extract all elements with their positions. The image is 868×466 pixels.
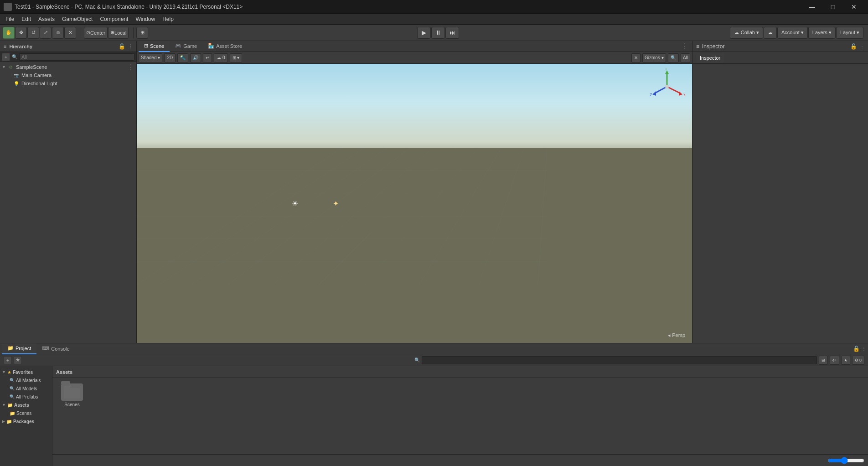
rotate-tool-button[interactable]: ↺ [27,27,39,39]
account-button[interactable]: Account ▾ [777,27,808,39]
scene-options[interactable]: ⋮ [127,63,134,72]
directional-light-item[interactable]: ▶ 💡 Directional Light [0,79,136,88]
ground [137,148,692,343]
search-gizmos[interactable]: 🔍 [668,53,679,62]
axis-gizmo[interactable]: Y X Z [649,68,685,105]
camera-label: Main Camera [21,72,52,78]
favorites-section[interactable]: ▼ ★ Favorites [0,368,52,376]
hierarchy-add-button[interactable]: + [2,53,10,61]
collab-button[interactable]: ☁ Collab ▾ [730,27,763,39]
project-sidebar: ▼ ★ Favorites 🔍 All Materials 🔍 [0,366,52,466]
tab-game[interactable]: 🎮 Game [170,41,202,52]
search-scene-button[interactable]: ✕ [631,53,641,62]
view-tabs: ⊞ Scene 🎮 Game 🏪 Asset Store ⋮ [137,41,692,52]
layout-button[interactable]: Layout ▾ [836,27,863,39]
middle-section: ≡ Hierarchy 🔓 ⋮ + 🔍 ▼ ⊙ SampleScene ⋮ [0,41,868,343]
hierarchy-more-button[interactable]: ⋮ [128,44,133,49]
center-button[interactable]: ⊙ Center [84,27,108,39]
menu-assets[interactable]: Assets [35,14,58,24]
tab-scene[interactable]: ⊞ Scene [139,41,170,52]
hand-tool-button[interactable]: ✋ [3,27,15,39]
fx-toggle[interactable]: ↩ [203,53,212,62]
gizmos-dropdown[interactable]: Gizmos ▾ [642,53,666,62]
grid-button[interactable]: ⊞ [136,27,148,39]
project-tab-icon: 📁 [7,345,14,351]
all-models-item[interactable]: 🔍 All Models [0,384,52,393]
all-materials-item[interactable]: 🔍 All Materials [0,376,52,384]
shading-mode-dropdown[interactable]: Shaded ▾ [139,53,162,62]
all-label: All [683,55,688,60]
menu-edit[interactable]: Edit [18,14,35,24]
expand-arrow: ▼ [2,65,7,69]
svg-line-8 [479,148,524,285]
favorite-button[interactable]: ★ [841,356,850,365]
lighting-toggle[interactable]: 🔦 [177,53,188,62]
svg-line-18 [667,87,681,93]
tag-button[interactable]: 🏷 [830,356,839,365]
move-tool-button[interactable]: ✥ [15,27,27,39]
inspector-tab[interactable]: Inspector [696,53,724,63]
rect-tool-button[interactable]: ⧈ [52,27,64,39]
cloud-button[interactable]: ☁ [764,27,777,39]
console-tab-label: Console [51,346,69,352]
visibility-toggle[interactable]: ☁ 0 [214,53,227,62]
svg-line-4 [274,148,433,285]
svg-line-0 [137,148,342,285]
gizmos-chevron: ▾ [661,55,664,60]
step-button[interactable]: ⏭ [445,27,459,39]
project-more-button[interactable]: ★ [14,356,22,364]
filter-button[interactable]: ⊞ [819,356,828,365]
inspector-more-button[interactable]: ⋮ [860,44,864,49]
packages-section[interactable]: ▶ 📁 Packages [0,417,52,425]
menu-component[interactable]: Component [96,14,132,24]
pause-button[interactable]: ⏸ [431,27,445,39]
svg-line-5 [319,148,456,285]
scenes-sidebar-item[interactable]: 📁 Scenes [0,409,52,417]
transform-tool-button[interactable]: ✕ [64,27,76,39]
bottom-more-button[interactable]: ⋮ [862,346,866,351]
tab-project[interactable]: 📁 Project [2,343,36,354]
all-materials-icon: 🔍 [10,378,15,383]
inspector-lock-button[interactable]: 🔓 [850,43,857,50]
tab-asset-store[interactable]: 🏪 Asset Store [202,41,248,52]
search-icon: 🔍 [12,54,17,59]
scene-root-item[interactable]: ▼ ⊙ SampleScene ⋮ [0,63,136,71]
hierarchy-panel: ≡ Hierarchy 🔓 ⋮ + 🔍 ▼ ⊙ SampleScene ⋮ [0,41,137,343]
viewport[interactable]: Y X Z ◂ Persp ☀ [137,64,692,343]
play-button[interactable]: ▶ [417,27,431,39]
menu-help[interactable]: Help [159,14,177,24]
menu-gameobject[interactable]: GameObject [58,14,96,24]
view-tab-options[interactable]: ⋮ [679,42,690,51]
size-slider[interactable] [828,457,864,464]
close-button[interactable]: ✕ [843,0,864,14]
all-prefabs-item[interactable]: 🔍 All Prefabs [0,393,52,401]
local-button[interactable]: ⊕ Local [108,27,129,39]
grid-toggle[interactable]: ⊞ ▾ [230,53,243,62]
all-dropdown[interactable]: All [681,53,690,62]
hierarchy-lock-button[interactable]: 🔓 [119,43,125,50]
menu-window[interactable]: Window [132,14,159,24]
layers-button[interactable]: Layers ▾ [808,27,836,39]
svg-line-6 [365,148,479,285]
tab-console[interactable]: ⌨ Console [36,343,75,354]
project-header-bar: Assets [52,366,868,378]
packages-label: Packages [13,419,34,424]
center-area: ⊞ Scene 🎮 Game 🏪 Asset Store ⋮ Shaded [137,41,692,343]
assets-section[interactable]: ▼ 📁 Assets [0,401,52,409]
project-add-button[interactable]: + [4,356,12,364]
inspector-tabs-area: Inspector [692,52,868,64]
scale-tool-button[interactable]: ⤢ [40,27,52,39]
menu-file[interactable]: File [2,14,18,24]
project-bottom-toolbar [52,454,868,466]
hierarchy-search-input[interactable] [19,53,134,61]
audio-toggle[interactable]: 🔊 [190,53,201,62]
hierarchy-title: Hierarchy [9,44,32,49]
main-camera-item[interactable]: ▶ 📷 Main Camera [0,71,136,79]
project-search-input[interactable] [422,356,817,364]
sky [137,64,692,161]
scenes-folder-item[interactable]: Scenes [56,382,88,409]
bottom-lock-button[interactable]: 🔓 [853,346,860,352]
maximize-button[interactable]: □ [822,0,843,14]
minimize-button[interactable]: — [801,0,822,14]
2d-toggle[interactable]: 2D [164,53,176,62]
